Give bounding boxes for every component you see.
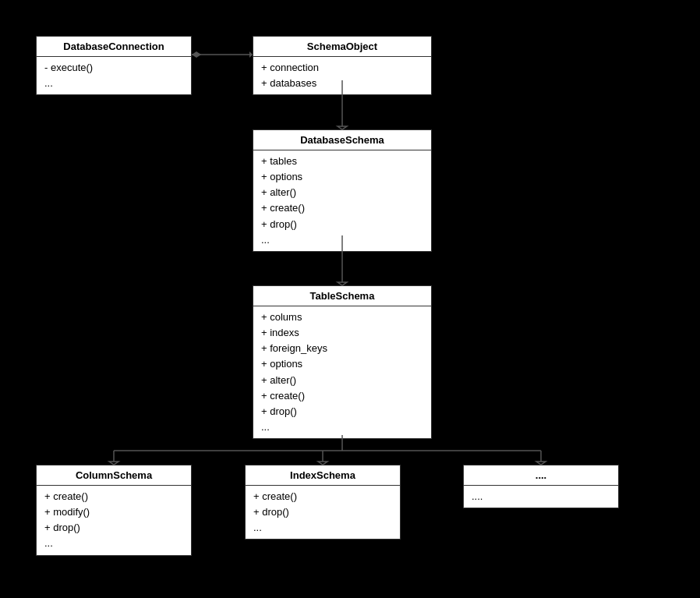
- member-alter-tbl: + alter(): [261, 373, 423, 388]
- member-databases: + databases: [261, 76, 423, 91]
- member-foreign-keys: + foreign_keys: [261, 341, 423, 356]
- box-ellipsis-title: ....: [464, 465, 618, 486]
- box-index-schema: IndexSchema + create() + drop() ...: [245, 465, 401, 540]
- box-column-schema-body: + create() + modify() + drop() ...: [37, 486, 191, 555]
- member-indexs: + indexs: [261, 325, 423, 341]
- box-table-schema: TableSchema + colums + indexs + foreign_…: [253, 285, 432, 439]
- member-tables: + tables: [261, 154, 423, 169]
- box-table-schema-body: + colums + indexs + foreign_keys + optio…: [253, 306, 431, 438]
- member-colums: + colums: [261, 310, 423, 325]
- diagram-container: DatabaseConnection - execute() ... Schem…: [0, 0, 700, 598]
- box-database-schema-body: + tables + options + alter() + create() …: [253, 150, 431, 251]
- member-ellipsis-db: ...: [261, 232, 423, 248]
- box-column-schema: ColumnSchema + create() + modify() + dro…: [36, 465, 192, 556]
- box-index-schema-title: IndexSchema: [246, 465, 400, 486]
- box-schema-object: SchemaObject + connection + databases: [253, 36, 432, 95]
- member-ellipsis-idx: ...: [253, 520, 392, 536]
- member-options-tbl: + options: [261, 356, 423, 372]
- box-database-schema: DatabaseSchema + tables + options + alte…: [253, 129, 432, 252]
- member-alter-db: + alter(): [261, 185, 423, 200]
- box-database-connection: DatabaseConnection - execute() ...: [36, 36, 192, 95]
- svg-marker-2: [192, 51, 201, 58]
- box-database-schema-title: DatabaseSchema: [253, 130, 431, 150]
- member-ellipsis1: ...: [44, 76, 183, 91]
- member-drop-db: + drop(): [261, 217, 423, 232]
- box-database-connection-title: DatabaseConnection: [37, 37, 191, 57]
- member-options-db: + options: [261, 169, 423, 185]
- box-table-schema-title: TableSchema: [253, 286, 431, 306]
- box-ellipsis: .... ....: [463, 465, 619, 508]
- member-create-db: + create(): [261, 200, 423, 216]
- box-ellipsis-body: ....: [464, 486, 618, 508]
- box-database-connection-body: - execute() ...: [37, 57, 191, 94]
- member-create-col: + create(): [44, 489, 183, 504]
- member-ellipsis-box: ....: [472, 489, 610, 504]
- member-drop-tbl: + drop(): [261, 404, 423, 419]
- box-index-schema-body: + create() + drop() ...: [246, 486, 400, 539]
- member-create-tbl: + create(): [261, 388, 423, 404]
- member-ellipsis-col: ...: [44, 536, 183, 551]
- member-drop-idx: + drop(): [253, 504, 392, 520]
- member-execute: - execute(): [44, 60, 183, 76]
- member-connection: + connection: [261, 60, 423, 76]
- box-column-schema-title: ColumnSchema: [37, 465, 191, 486]
- member-drop-col: + drop(): [44, 520, 183, 536]
- member-create-idx: + create(): [253, 489, 392, 504]
- box-schema-object-title: SchemaObject: [253, 37, 431, 57]
- member-ellipsis-tbl: ...: [261, 419, 423, 435]
- member-modify-col: + modify(): [44, 504, 183, 520]
- box-schema-object-body: + connection + databases: [253, 57, 431, 94]
